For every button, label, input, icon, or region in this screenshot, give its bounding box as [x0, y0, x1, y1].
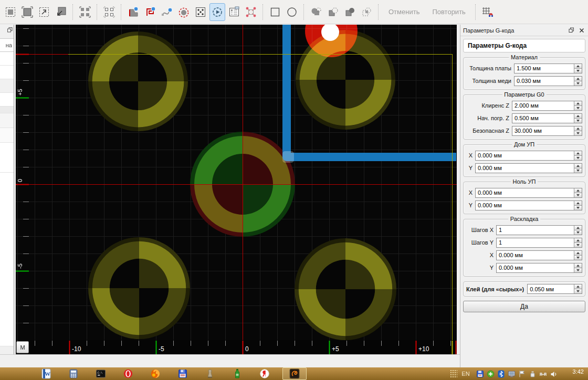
- list-item[interactable]: [0, 143, 14, 173]
- tool-resize-object[interactable]: [36, 3, 52, 21]
- list-item[interactable]: [0, 107, 14, 113]
- taskbar-clock[interactable]: 3:42: [573, 368, 584, 375]
- tray-volume-icon[interactable]: [549, 369, 559, 378]
- board-thickness-spin-up[interactable]: [574, 64, 582, 69]
- tool-bool-subtract[interactable]: [325, 3, 341, 21]
- tool-ungroup-objects[interactable]: [101, 3, 117, 21]
- tool-snap-grid[interactable]: [480, 3, 496, 21]
- tray-flag-icon[interactable]: [518, 369, 527, 378]
- list-item[interactable]: [0, 113, 14, 128]
- safe-z-input[interactable]: 30.000 мм: [512, 126, 582, 136]
- home-x-spin-up[interactable]: [574, 151, 582, 156]
- cam-app-icon[interactable]: [282, 367, 307, 380]
- pcb-canvas[interactable]: -10-50+5+10+50-5 M: [16, 25, 457, 354]
- pad-object[interactable]: [88, 31, 188, 131]
- glue-spin-down[interactable]: [574, 289, 582, 293]
- tool-shape-circle[interactable]: [284, 3, 300, 21]
- tray-bluetooth-icon[interactable]: [497, 369, 506, 378]
- home-y-spin-down[interactable]: [574, 168, 582, 173]
- tool-new-drill[interactable]: [176, 3, 192, 21]
- home-x-spin-down[interactable]: [574, 156, 582, 160]
- initial-plunge-z-spin-down[interactable]: [574, 119, 582, 123]
- tool-bool-intersect[interactable]: [342, 3, 358, 21]
- layout-y-spin-up[interactable]: [574, 263, 582, 268]
- layout-x-input[interactable]: 0.000 мм: [496, 250, 582, 260]
- save-floppy-icon[interactable]: [169, 367, 196, 380]
- copper-thickness-input[interactable]: 0.030 мм: [514, 76, 582, 86]
- pcb-drawing[interactable]: -10-50+5+10+50-5: [16, 25, 457, 354]
- board-thickness-spin-down[interactable]: [574, 69, 582, 73]
- tray-usb-icon[interactable]: [528, 369, 538, 378]
- copper-thickness-spin-down[interactable]: [574, 81, 582, 86]
- clearance-z-input[interactable]: 2.000 мм: [512, 101, 582, 111]
- word-icon[interactable]: W: [33, 367, 60, 380]
- panel-float-icon[interactable]: [568, 27, 575, 34]
- zero-y-input[interactable]: 0.000 мм: [475, 200, 582, 210]
- ok-button[interactable]: Да: [463, 301, 585, 312]
- safe-z-spin-up[interactable]: [574, 126, 582, 131]
- tool-group-objects[interactable]: [77, 3, 93, 21]
- language-indicator[interactable]: EN: [461, 371, 469, 377]
- tool-new-curve[interactable]: [159, 3, 175, 21]
- tool-select-area[interactable]: [3, 3, 18, 21]
- list-item[interactable]: [0, 79, 14, 93]
- pad-object[interactable]: [295, 238, 396, 340]
- clearance-z-spin-down[interactable]: [574, 106, 582, 110]
- list-item[interactable]: [0, 173, 14, 346]
- tool-properties[interactable]: [226, 3, 242, 21]
- tool-gcode-params[interactable]: [209, 3, 225, 21]
- bottle-icon[interactable]: [224, 367, 251, 380]
- redo-button[interactable]: Повторить: [426, 3, 471, 21]
- panel-close-icon[interactable]: [578, 27, 585, 34]
- home-x-input[interactable]: 0.000 мм: [475, 151, 582, 161]
- initial-plunge-z-input[interactable]: 0.500 мм: [512, 113, 582, 123]
- layout-x-spin-up[interactable]: [574, 251, 582, 256]
- list-item[interactable]: [0, 128, 14, 143]
- home-y-spin-up[interactable]: [574, 164, 582, 168]
- figurine-icon[interactable]: [196, 367, 224, 380]
- yandex-browser-icon[interactable]: [251, 367, 278, 380]
- left-panel-float-icon[interactable]: [7, 27, 13, 33]
- list-item[interactable]: [0, 52, 14, 66]
- tool-transform-points[interactable]: [243, 3, 259, 21]
- opera-icon[interactable]: [114, 367, 142, 380]
- tool-new-spiral[interactable]: [142, 3, 158, 21]
- zero-y-spin-up[interactable]: [574, 201, 582, 206]
- undo-button[interactable]: Отменить: [383, 3, 425, 21]
- tool-bool-xor[interactable]: [359, 3, 374, 21]
- board-thickness-input[interactable]: 1.500 мм: [514, 64, 582, 73]
- tool-select-object[interactable]: [19, 3, 35, 21]
- taskbar-grip[interactable]: [450, 370, 457, 378]
- tool-shape-square[interactable]: [267, 3, 283, 21]
- tool-new-array[interactable]: [193, 3, 208, 21]
- trace-node-marker[interactable]: [282, 151, 294, 163]
- layout-x-spin-down[interactable]: [574, 256, 582, 260]
- pad-object[interactable]: [88, 237, 190, 339]
- tool-move-into[interactable]: [53, 3, 69, 21]
- steps-x-spin-up[interactable]: [574, 226, 582, 230]
- initial-plunge-z-spin-up[interactable]: [574, 114, 582, 119]
- home-y-input[interactable]: 0.000 мм: [475, 163, 582, 173]
- copper-thickness-spin-up[interactable]: [574, 77, 582, 81]
- steps-y-spin-down[interactable]: [574, 243, 582, 247]
- clearance-z-spin-up[interactable]: [574, 101, 582, 106]
- tray-device-icon[interactable]: [539, 369, 548, 378]
- steps-x-input[interactable]: 1: [496, 225, 582, 235]
- units-mm-button[interactable]: M: [16, 341, 29, 353]
- glue-input[interactable]: 0.050 мм: [527, 284, 582, 294]
- zero-x-spin-up[interactable]: [574, 188, 582, 193]
- steps-y-input[interactable]: 1: [496, 238, 582, 248]
- steps-x-spin-down[interactable]: [574, 230, 582, 235]
- glue-spin-up[interactable]: [574, 284, 582, 289]
- list-item[interactable]: [0, 66, 14, 79]
- tray-update-icon[interactable]: [486, 369, 496, 378]
- tool-new-board[interactable]: [125, 3, 141, 21]
- tray-save-icon[interactable]: [476, 369, 485, 378]
- tray-display-icon[interactable]: [507, 369, 517, 378]
- steps-y-spin-up[interactable]: [574, 238, 582, 243]
- calculator-icon[interactable]: [60, 367, 87, 380]
- layout-y-input[interactable]: 0.000 мм: [496, 263, 582, 273]
- safe-z-spin-down[interactable]: [574, 131, 582, 135]
- zero-x-input[interactable]: 0.000 мм: [475, 188, 582, 198]
- tool-bool-union[interactable]: [308, 3, 324, 21]
